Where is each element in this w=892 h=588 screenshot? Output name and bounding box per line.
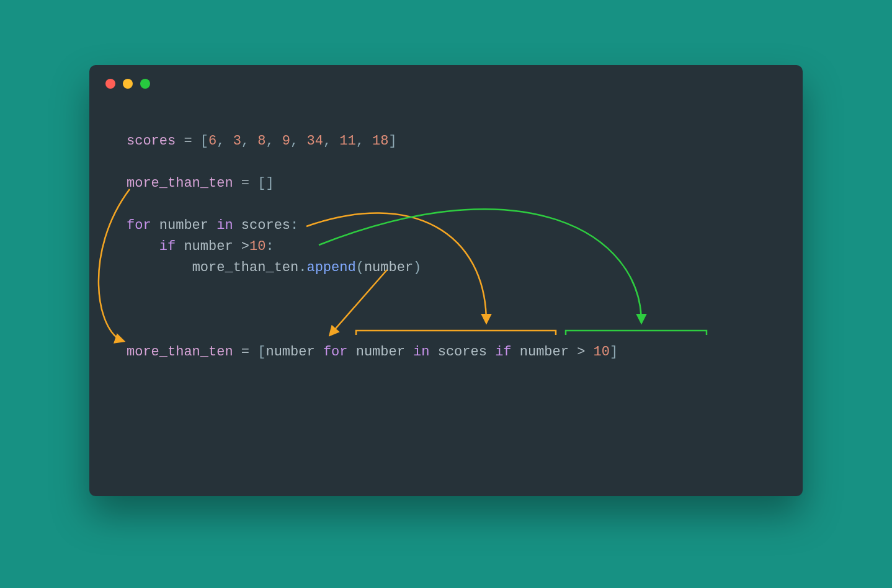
window-traffic-lights	[89, 65, 803, 102]
code-block: scores = [6, 3, 8, 9, 34, 11, 18] more_t…	[127, 131, 618, 363]
code-window: scores = [6, 3, 8, 9, 34, 11, 18] more_t…	[89, 65, 803, 496]
line-6: if number >10:	[127, 239, 274, 254]
line-11: more_than_ten = [number for number in sc…	[127, 344, 618, 360]
minimize-icon	[123, 79, 133, 89]
line-1: scores = [6, 3, 8, 9, 34, 11, 18]	[127, 133, 397, 149]
line-3: more_than_ten = []	[127, 176, 274, 191]
arrow-empty-list-to-var	[99, 189, 130, 341]
zoom-icon	[140, 79, 150, 89]
line-7: more_than_ten.append(number)	[127, 260, 421, 275]
line-5: for number in scores:	[127, 218, 298, 233]
close-icon	[105, 79, 115, 89]
